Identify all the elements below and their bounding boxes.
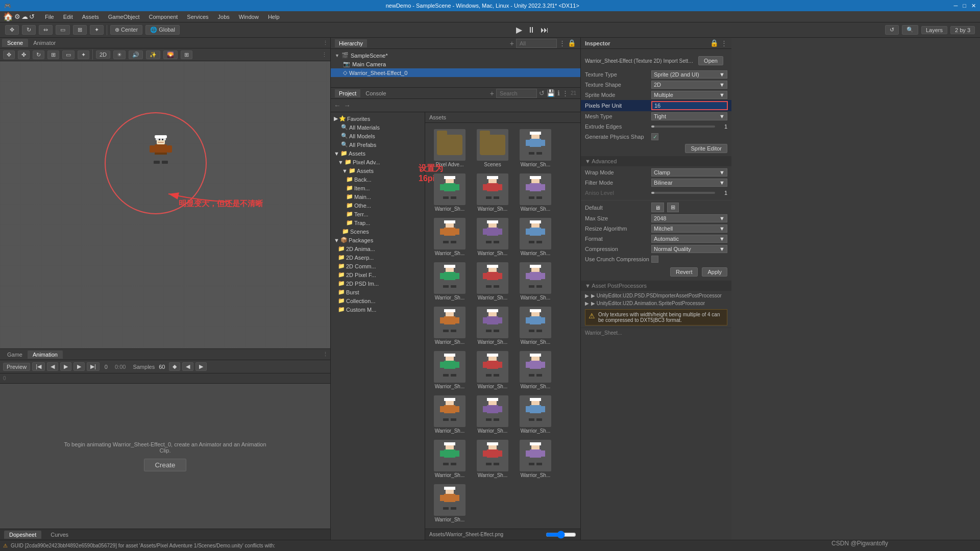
- tab-animator[interactable]: Animator: [28, 39, 61, 47]
- tab-game[interactable]: Game: [2, 350, 28, 359]
- tab-curves[interactable]: Curves: [45, 531, 74, 539]
- extrude-edges-slider[interactable]: 1: [651, 123, 727, 130]
- project-search[interactable]: [496, 89, 537, 98]
- tree-2d-psd[interactable]: 📁 2D PSD Im...: [331, 279, 425, 288]
- asset-size-slider[interactable]: [546, 531, 576, 539]
- asset-item-20[interactable]: Warrior_Sh...: [515, 393, 556, 436]
- asset-item-24[interactable]: Warrior_Sh...: [429, 482, 470, 524]
- anim-panel-options[interactable]: ⋮: [323, 351, 328, 357]
- pause-btn[interactable]: ⏸: [526, 26, 537, 35]
- scene-panel-options[interactable]: ⋮: [323, 40, 328, 46]
- toolbar-icon-1[interactable]: ⚙: [14, 13, 20, 20]
- aniso-slider[interactable]: 1: [651, 190, 727, 196]
- asset-item-17[interactable]: Warrior_Sh...: [515, 349, 556, 391]
- anim-next-frame-btn[interactable]: ▶: [74, 362, 85, 371]
- scene-options-icon[interactable]: ⋮: [322, 52, 327, 58]
- tree-2d-aserp[interactable]: 📁 2D Aserp...: [331, 253, 425, 262]
- hierarchy-item-camera[interactable]: 📷 Main Camera: [331, 60, 580, 68]
- tab-animation[interactable]: Animation: [28, 350, 63, 359]
- anim-goto-start-btn[interactable]: |◀: [32, 362, 45, 371]
- titlebar-controls[interactable]: ─ □ ✕: [954, 3, 976, 9]
- wrap-mode-dropdown[interactable]: Clamp ▼: [651, 168, 727, 177]
- center-btn[interactable]: ⊕ Center: [110, 25, 142, 35]
- project-info-btn[interactable]: ℹ: [557, 89, 560, 97]
- anim-play-btn[interactable]: ▶: [60, 362, 71, 371]
- asset-item-21[interactable]: Warrior_Sh...: [429, 438, 470, 480]
- toolbar-icon-3[interactable]: ↺: [29, 13, 35, 20]
- advanced-section[interactable]: ▼ Advanced: [581, 156, 731, 166]
- asset-item-22[interactable]: Warrior_Sh...: [472, 438, 513, 480]
- asset-item-6[interactable]: Warrior_Sh...: [429, 216, 470, 258]
- postprocessor-psd[interactable]: ▶ ▶ UnityEditor.U2D.PSD.PSDImporterAsset…: [581, 292, 731, 299]
- anim-create-btn[interactable]: Create: [144, 459, 186, 471]
- asset-item-18[interactable]: Warrior_Sh...: [429, 393, 470, 436]
- menu-edit[interactable]: Edit: [59, 13, 77, 21]
- rotate-tool-btn[interactable]: ↻: [22, 25, 36, 35]
- asset-item-3[interactable]: Warrior_Sh...: [429, 171, 470, 214]
- menu-help[interactable]: Help: [264, 13, 284, 21]
- asset-item-2[interactable]: Warrior_Sh...: [515, 127, 556, 169]
- fav-prefabs[interactable]: 🔍 All Prefabs: [331, 140, 425, 149]
- hierarchy-add-btn[interactable]: +: [510, 39, 514, 47]
- fav-materials[interactable]: 🔍 All Materials: [331, 123, 425, 132]
- texture-shape-dropdown[interactable]: 2D ▼: [651, 81, 727, 89]
- tree-pixel-adv[interactable]: ▼ 📁 Pixel Adv...: [331, 158, 425, 166]
- scene-hand-btn[interactable]: ✥: [3, 51, 15, 59]
- custom-tool-btn[interactable]: ✦: [90, 25, 104, 35]
- filter-mode-dropdown[interactable]: Bilinear ▼: [651, 179, 727, 187]
- hierarchy-search[interactable]: [516, 39, 557, 48]
- tab-console[interactable]: Console: [361, 89, 390, 97]
- scene-sky-btn[interactable]: 🌄: [163, 51, 178, 59]
- inspector-lock-btn[interactable]: 🔒: [710, 39, 719, 47]
- scene-rect-btn[interactable]: ▭: [62, 51, 75, 59]
- hierarchy-item-scene[interactable]: ▼ 🎬 SampleScene*: [331, 51, 580, 60]
- scene-scale-btn[interactable]: ⊞: [47, 51, 59, 59]
- inspector-options-btn[interactable]: ⋮: [721, 39, 727, 47]
- tab-hierarchy[interactable]: Hierarchy: [335, 39, 367, 47]
- tree-2d-comm[interactable]: 📁 2D Comm...: [331, 262, 425, 270]
- scene-rotate-btn[interactable]: ↻: [33, 51, 44, 59]
- project-save-btn[interactable]: 💾: [547, 89, 555, 97]
- sprite-editor-btn[interactable]: Sprite Editor: [685, 144, 727, 153]
- asset-item-1[interactable]: Scenes: [472, 127, 513, 169]
- tree-main[interactable]: 📁 Main...: [331, 192, 425, 201]
- inspector-open-btn[interactable]: Open: [698, 56, 723, 65]
- asset-item-14[interactable]: Warrior_Sh...: [515, 305, 556, 347]
- tree-assets[interactable]: ▼ 📁 Assets: [331, 149, 425, 158]
- grid-icon[interactable]: ⊞: [667, 203, 679, 212]
- tree-burst[interactable]: 📁 Burst: [331, 288, 425, 296]
- scene-2d-btn[interactable]: 2D: [96, 51, 110, 59]
- menu-services[interactable]: Services: [183, 13, 212, 21]
- menu-file[interactable]: File: [41, 13, 58, 21]
- menu-assets[interactable]: Assets: [78, 13, 103, 21]
- tree-terr[interactable]: 📁 Terr...: [331, 210, 425, 218]
- tab-project[interactable]: Project: [335, 89, 360, 97]
- asset-item-16[interactable]: Warrior_Sh...: [472, 349, 513, 391]
- texture-type-dropdown[interactable]: Sprite (2D and UI) ▼: [651, 70, 727, 79]
- search-btn[interactable]: 🔍: [902, 25, 918, 35]
- tree-scenes[interactable]: 📁 Scenes: [331, 227, 425, 236]
- global-btn[interactable]: 🌐 Global: [145, 25, 180, 35]
- scene-light-btn[interactable]: ☀: [113, 51, 126, 59]
- tree-2d-anim[interactable]: 📁 2D Anima...: [331, 244, 425, 253]
- hierarchy-options-btn[interactable]: ⋮: [559, 39, 566, 47]
- scene-custom-btn[interactable]: ✦: [78, 51, 89, 59]
- rect-tool-btn[interactable]: ▭: [56, 25, 70, 35]
- scene-fx-btn[interactable]: ✨: [146, 51, 160, 59]
- tree-packages[interactable]: ▼ 📦 Packages: [331, 236, 425, 244]
- project-options-btn[interactable]: ⋮: [562, 89, 569, 97]
- hierarchy-item-warrior[interactable]: ◇ Warrior_Sheet-Effect_0: [331, 68, 580, 77]
- anim-diamond-btn[interactable]: ◆: [169, 362, 180, 371]
- tree-custom[interactable]: 📁 Custom M...: [331, 305, 425, 314]
- tree-2d-pixel[interactable]: 📁 2D Pixel F...: [331, 270, 425, 279]
- revert-btn[interactable]: Revert: [670, 267, 698, 277]
- tab-scene[interactable]: Scene: [2, 39, 28, 47]
- mesh-type-dropdown[interactable]: Tight ▼: [651, 112, 727, 120]
- asset-item-5[interactable]: Warrior_Sh...: [515, 171, 556, 214]
- anim-prev-key-btn[interactable]: ◀: [182, 362, 193, 371]
- tree-trap[interactable]: 📁 Trap...: [331, 218, 425, 227]
- asset-item-9[interactable]: Warrior_Sh...: [429, 260, 470, 303]
- asset-item-7[interactable]: Warrior_Sh...: [472, 216, 513, 258]
- apply-btn[interactable]: Apply: [702, 267, 727, 277]
- scale-tool-btn[interactable]: ⇔: [39, 25, 53, 35]
